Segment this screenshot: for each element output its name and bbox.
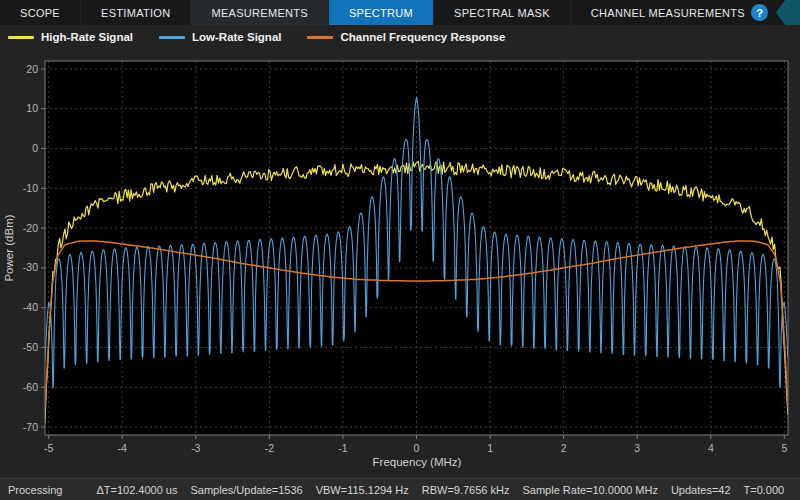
- svg-text:0: 0: [32, 142, 38, 154]
- svg-text:0: 0: [414, 442, 420, 454]
- tab-channel-measurements[interactable]: CHANNEL MEASUREMENTS: [571, 0, 766, 25]
- legend-swatch-icon: [8, 36, 34, 39]
- spectrum-plot: -5-4-3-2-101234520100-10-20-30-40-50-60-…: [0, 49, 800, 479]
- toolstrip-tabbar: SCOPEESTIMATIONMEASUREMENTSSPECTRUMSPECT…: [0, 0, 800, 25]
- svg-text:-3: -3: [191, 442, 200, 454]
- svg-text:-70: -70: [23, 421, 38, 433]
- svg-text:3: 3: [634, 442, 640, 454]
- svg-text:10: 10: [26, 102, 38, 114]
- tab-spectrum[interactable]: SPECTRUM: [329, 0, 434, 25]
- svg-text:1: 1: [487, 442, 493, 454]
- tab-scope[interactable]: SCOPE: [0, 0, 81, 25]
- spectrum-analyzer-window: SCOPEESTIMATIONMEASUREMENTSSPECTRUMSPECT…: [0, 0, 800, 500]
- x-axis-label: Frequency (MHz): [373, 456, 462, 468]
- svg-text:-50: -50: [23, 341, 38, 353]
- legend-swatch-icon: [159, 36, 185, 39]
- status-stat: Sample Rate=10.0000 MHz: [522, 484, 657, 496]
- svg-text:-2: -2: [265, 442, 274, 454]
- svg-text:-4: -4: [118, 442, 127, 454]
- legend-item-low-rate-signal[interactable]: Low-Rate Signal: [159, 31, 281, 43]
- tab-estimation[interactable]: ESTIMATION: [81, 0, 191, 25]
- help-button[interactable]: ?: [751, 4, 768, 21]
- legend-item-channel-frequency-response[interactable]: Channel Frequency Response: [307, 31, 505, 43]
- status-stat: T=0.000: [744, 484, 785, 496]
- svg-text:20: 20: [26, 63, 38, 75]
- svg-text:-10: -10: [23, 182, 38, 194]
- status-stat: ΔT=102.4000 us: [96, 484, 177, 496]
- legend-label: High-Rate Signal: [41, 31, 133, 43]
- svg-text:5: 5: [781, 442, 787, 454]
- svg-text:-20: -20: [23, 222, 38, 234]
- status-bar: Processing ΔT=102.4000 usSamples/Update=…: [0, 478, 800, 500]
- status-processing-label: Processing: [8, 484, 62, 496]
- tab-measurements[interactable]: MEASUREMENTS: [191, 0, 329, 25]
- status-stat: Samples/Update=1536: [190, 484, 302, 496]
- legend-swatch-icon: [307, 36, 333, 39]
- legend-item-high-rate-signal[interactable]: High-Rate Signal: [8, 31, 133, 43]
- y-axis-label: Power (dBm): [3, 214, 15, 281]
- legend-label: Channel Frequency Response: [340, 31, 505, 43]
- status-stats: ΔT=102.4000 usSamples/Update=1536VBW=115…: [96, 484, 784, 496]
- svg-text:-40: -40: [23, 301, 38, 313]
- status-stat: RBW=9.7656 kHz: [422, 484, 510, 496]
- legend: High-Rate SignalLow-Rate SignalChannel F…: [0, 25, 800, 49]
- status-stat: Updates=42: [671, 484, 731, 496]
- tab-spectral-mask[interactable]: SPECTRAL MASK: [434, 0, 571, 25]
- legend-label: Low-Rate Signal: [192, 31, 281, 43]
- status-stat: VBW=115.1294 Hz: [316, 484, 409, 496]
- svg-text:-30: -30: [23, 261, 38, 273]
- svg-text:-1: -1: [338, 442, 347, 454]
- svg-text:4: 4: [708, 442, 714, 454]
- svg-text:-5: -5: [44, 442, 53, 454]
- svg-text:2: 2: [561, 442, 567, 454]
- svg-text:-60: -60: [23, 381, 38, 393]
